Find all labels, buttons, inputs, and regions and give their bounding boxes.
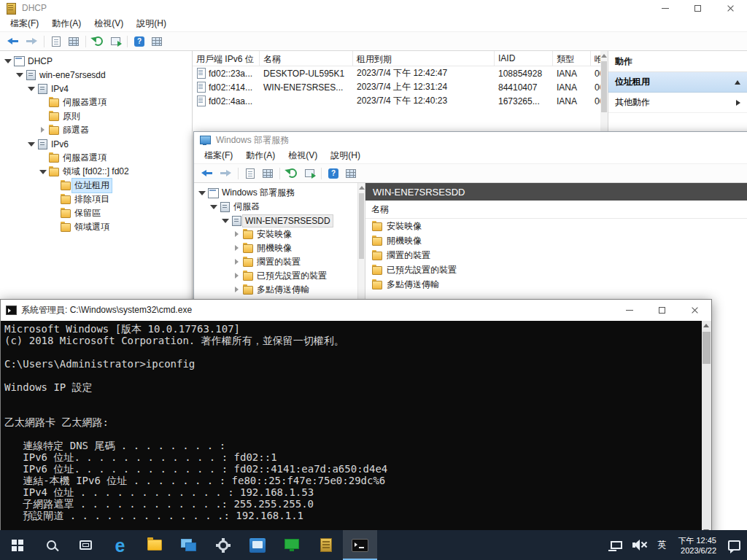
export-list-button[interactable] (108, 34, 123, 49)
tree-item-servers[interactable]: 伺服器 (194, 200, 357, 214)
expander-icon[interactable] (2, 54, 13, 68)
expander-icon[interactable] (231, 283, 242, 297)
column-header-name[interactable]: 名稱 (260, 51, 353, 66)
expander-icon[interactable] (231, 228, 242, 241)
blue-tile-app-button[interactable] (240, 530, 274, 560)
scroll-thumb[interactable] (359, 193, 364, 259)
cmd-taskbar-button[interactable] (343, 530, 377, 560)
dhcp-taskbar-button[interactable] (309, 530, 343, 560)
tree-item-prestaged-devices[interactable]: 已預先設置的裝置 (194, 269, 357, 283)
tree-item-wds-server[interactable]: WIN-ENE7SRSESDD (194, 214, 357, 228)
expander-icon[interactable] (14, 68, 25, 82)
expander-icon[interactable] (37, 165, 48, 179)
green-app-button[interactable] (274, 530, 309, 560)
list-item-boot-images[interactable]: 開機映像 (365, 233, 747, 248)
expander-icon[interactable] (231, 241, 242, 255)
tree-item-reservations[interactable]: 保留區 (0, 206, 192, 220)
console-scrollbar[interactable] (702, 321, 711, 536)
menu-view[interactable]: 檢視(V) (282, 147, 324, 164)
action-center-button[interactable] (723, 530, 746, 560)
expander-icon[interactable] (231, 269, 242, 283)
mmc-app-button[interactable] (171, 530, 206, 560)
column-header-name[interactable]: 名稱 (365, 201, 747, 219)
tree-item-policies[interactable]: 原則 (0, 109, 192, 123)
tree-item-wds-root[interactable]: Windows 部署服務 (194, 186, 357, 200)
menu-help[interactable]: 說明(H) (324, 147, 367, 164)
list-item-multicast[interactable]: 多點傳送傳輸 (365, 277, 747, 292)
start-button[interactable] (0, 530, 34, 560)
tree-item-ipv6[interactable]: IPv6 (0, 137, 192, 151)
file-explorer-button[interactable] (137, 530, 171, 560)
wds-titlebar[interactable]: Windows 部署服務 (194, 132, 747, 148)
search-button[interactable] (34, 530, 69, 560)
tree-item-scope-options[interactable]: 領域選項 (0, 220, 192, 234)
tree-item-ipv4[interactable]: IPv4 (0, 82, 192, 96)
list-item-install-images[interactable]: 安裝映像 (365, 219, 747, 233)
task-view-button[interactable] (69, 530, 103, 560)
column-header-lease-expiry[interactable]: 租用到期 (353, 51, 495, 66)
menu-action[interactable]: 動作(A) (45, 15, 88, 32)
minimize-button[interactable] (613, 300, 646, 321)
menu-file[interactable]: 檔案(F) (4, 15, 45, 32)
columns-button[interactable] (150, 34, 164, 49)
tree-item-ipv6-server-options[interactable]: 伺服器選項 (0, 151, 192, 165)
properties-button[interactable] (66, 34, 81, 49)
actions-more-actions[interactable]: 其他動作 (608, 93, 747, 113)
cmd-titlebar[interactable]: 系統管理員: C:\Windows\system32\cmd.exe (1, 300, 711, 321)
menu-file[interactable]: 檔案(F) (198, 147, 239, 164)
maximize-button[interactable] (681, 0, 714, 16)
scroll-thumb[interactable] (601, 61, 607, 112)
back-button[interactable] (4, 34, 20, 49)
expander-icon[interactable] (26, 137, 36, 151)
close-button[interactable] (714, 0, 747, 16)
lease-row[interactable]: fd02::414... WIN-ENE7SRSES... 2023/7/4 上… (193, 80, 608, 94)
expander-icon[interactable] (196, 186, 207, 200)
lease-row[interactable]: fd02::23a... DESKTOP-UL595K1 2023/7/4 下午… (193, 66, 608, 80)
column-header-client-ipv6[interactable]: 用戶端 IPv6 位 (193, 51, 260, 66)
tree-item-boot-images[interactable]: 開機映像 (194, 241, 357, 255)
network-tray-icon[interactable] (605, 530, 627, 560)
column-header-iaid[interactable]: IAID (495, 51, 553, 66)
scroll-up-icon[interactable] (601, 54, 607, 58)
lease-row[interactable]: fd02::4aa... 2023/7/4 下午 12:40:23 167326… (193, 94, 608, 108)
refresh-button[interactable] (285, 166, 299, 181)
maximize-button[interactable] (646, 300, 678, 321)
help-button[interactable] (132, 34, 147, 49)
volume-muted-tray-icon[interactable] (627, 530, 652, 560)
tree-item-server[interactable]: win-ene7srsesdd (0, 68, 192, 82)
refresh-button[interactable] (90, 34, 105, 49)
forward-button[interactable] (23, 34, 39, 49)
column-header-type[interactable]: 類型 (553, 51, 591, 66)
expander-icon[interactable] (37, 123, 48, 137)
close-button[interactable] (678, 300, 711, 321)
expander-icon[interactable] (208, 200, 219, 214)
settings-button[interactable] (206, 530, 240, 560)
help-button[interactable] (326, 166, 341, 181)
list-item-pending-devices[interactable]: 擱置的裝置 (365, 248, 747, 262)
show-console-tree-button[interactable] (243, 166, 258, 181)
scroll-up-icon[interactable] (703, 324, 709, 327)
dhcp-titlebar[interactable]: DHCP (0, 0, 747, 16)
expander-icon[interactable] (26, 82, 36, 96)
tree-item-address-leases[interactable]: 位址租用 (0, 179, 192, 192)
tree-item-filters[interactable]: 篩選器 (0, 123, 192, 137)
tree-item-exclusions[interactable]: 排除項目 (0, 192, 192, 206)
edge-taskbar-button[interactable] (103, 530, 137, 560)
console-area[interactable]: Microsoft Windows [版本 10.0.17763.107] (c… (1, 321, 711, 536)
tree-item-scope-fd02[interactable]: 領域 [fd02::] fd02 (0, 165, 192, 179)
columns-button[interactable] (344, 166, 358, 181)
tree-item-pending-devices[interactable]: 擱置的裝置 (194, 255, 357, 269)
export-list-button[interactable] (302, 166, 317, 181)
scroll-thumb[interactable] (703, 332, 711, 364)
minimize-button[interactable] (649, 0, 681, 16)
actions-section-address-leases[interactable]: 位址租用 (608, 72, 747, 93)
clock[interactable]: 下午 12:45 2023/6/22 (671, 535, 723, 556)
tree-item-dhcp-root[interactable]: DHCP (0, 54, 192, 68)
menu-action[interactable]: 動作(A) (239, 147, 282, 164)
menu-view[interactable]: 檢視(V) (88, 15, 130, 32)
scroll-up-icon[interactable] (359, 186, 365, 190)
expander-icon[interactable] (231, 255, 242, 269)
properties-button[interactable] (260, 166, 275, 181)
tree-item-install-images[interactable]: 安裝映像 (194, 228, 357, 241)
list-item-prestaged-devices[interactable]: 已預先設置的裝置 (365, 262, 747, 277)
